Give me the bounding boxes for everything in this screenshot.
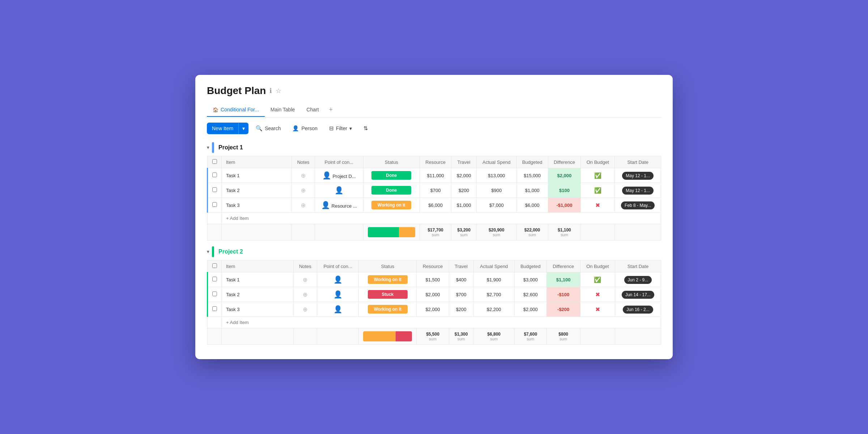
p2row3-notes[interactable]: ⊕: [293, 302, 317, 317]
sum-budget-label: sum: [521, 233, 544, 237]
p2row2-poc[interactable]: 👤: [317, 287, 358, 302]
p2row3-status[interactable]: Working on it: [359, 302, 417, 317]
group1-table-wrapper: Item Notes Point of con... Status Resour…: [207, 156, 661, 241]
p2row3-checkbox[interactable]: [212, 306, 217, 311]
row1-status[interactable]: Done: [363, 168, 420, 183]
p2row1-travel: $400: [449, 272, 473, 287]
p2row3-item[interactable]: Task 3: [222, 302, 294, 317]
col-actual-spend-2: Actual Spend: [473, 260, 514, 272]
p2row2-difference: -$100: [546, 287, 580, 302]
row3-budgeted: $6,000: [516, 198, 548, 213]
info-icon[interactable]: ℹ: [269, 87, 272, 95]
person-avatar-icon: 👤: [333, 305, 342, 313]
p2row1-actual-spend: $1,900: [473, 272, 514, 287]
select-all-2[interactable]: [212, 263, 217, 268]
row3-poc[interactable]: 👤 Resource ...: [315, 198, 363, 213]
row3-travel: $1,000: [451, 198, 477, 213]
row2-poc[interactable]: 👤: [315, 183, 363, 198]
p2row1-poc[interactable]: 👤: [317, 272, 358, 287]
p2row2-notes[interactable]: ⊕: [293, 287, 317, 302]
col-poc: Point of con...: [315, 156, 363, 168]
tab-main-table[interactable]: Main Table: [265, 103, 301, 117]
sort-button[interactable]: ⇅: [359, 123, 373, 134]
date-badge: Jun 2 - 9...: [624, 276, 652, 284]
row2-checkbox[interactable]: [212, 187, 217, 192]
add-item-label[interactable]: + Add Item: [222, 213, 661, 224]
row3-status[interactable]: Working on it: [363, 198, 420, 213]
add-item-row[interactable]: + Add Item: [208, 213, 661, 224]
progress-bar-2: [363, 331, 412, 341]
tab-conditional[interactable]: 🏠 Conditional For...: [207, 103, 265, 117]
col-travel-2: Travel: [449, 260, 473, 272]
sum-notes-cell: [292, 224, 315, 241]
sum-checkbox-cell: [208, 224, 222, 241]
sum2-difference-value: $800: [558, 332, 568, 337]
sum-poc-cell: [315, 224, 363, 241]
row2-notes[interactable]: ⊕: [292, 183, 315, 198]
group2-header[interactable]: ▾ Project 2: [207, 243, 661, 260]
p2row1-difference: $1,100: [546, 272, 580, 287]
row1-item[interactable]: Task 1: [222, 168, 292, 183]
row1-budgeted: $15,000: [516, 168, 548, 183]
row3-checkbox[interactable]: [212, 202, 217, 207]
p2row3-travel: $200: [449, 302, 473, 317]
col-resource: Resource: [420, 156, 451, 168]
row3-actual-spend: $7,000: [477, 198, 516, 213]
new-item-button[interactable]: New Item ▾: [207, 123, 248, 134]
tab-add-button[interactable]: +: [325, 102, 337, 117]
row2-item[interactable]: Task 2: [222, 183, 292, 198]
row1-poc[interactable]: 👤 Project D...: [315, 168, 363, 183]
row1-notes[interactable]: ⊕: [292, 168, 315, 183]
sum2-diff-label: sum: [551, 337, 576, 341]
sum2-travel-value: $1,300: [455, 332, 468, 337]
on-budget-no-icon: ✖: [595, 202, 600, 208]
group1-toggle-icon[interactable]: ▾: [207, 145, 209, 150]
search-button[interactable]: 🔍 Search: [251, 123, 285, 134]
tab-chart[interactable]: Chart: [301, 103, 324, 117]
p2row1-status[interactable]: Working on it: [359, 272, 417, 287]
col-actual-spend: Actual Spend: [477, 156, 516, 168]
group1-table: Item Notes Point of con... Status Resour…: [207, 156, 661, 241]
page-title: Budget Plan: [207, 85, 266, 97]
star-icon[interactable]: ☆: [276, 87, 281, 95]
row3-item[interactable]: Task 3: [222, 198, 292, 213]
row2-status[interactable]: Done: [363, 183, 420, 198]
group2-toggle-icon[interactable]: ▾: [207, 249, 209, 254]
title-row: Budget Plan ℹ ☆: [207, 85, 661, 97]
progress-orange-segment-2: [363, 331, 395, 341]
row3-on-budget: ✖: [581, 198, 615, 213]
table-row: Task 3 ⊕ 👤 Resource ... Working on it $6…: [208, 198, 661, 213]
p2row1-resource: $1,500: [417, 272, 449, 287]
sum2-poc-cell: [317, 328, 358, 345]
p2row1-item[interactable]: Task 1: [222, 272, 294, 287]
sum2-start-date: [615, 328, 661, 345]
p2row2-checkbox[interactable]: [212, 292, 217, 296]
p2row2-status[interactable]: Stuck: [359, 287, 417, 302]
person-avatar-icon: 👤: [322, 171, 331, 179]
add-item-row-2[interactable]: + Add Item: [208, 317, 661, 328]
new-item-caret[interactable]: ▾: [238, 123, 248, 134]
tab-main-table-label: Main Table: [271, 107, 295, 112]
sum-item-cell: [222, 224, 292, 241]
p2row2-item[interactable]: Task 2: [222, 287, 294, 302]
col-budgeted: Budgeted: [516, 156, 548, 168]
col-notes: Notes: [292, 156, 315, 168]
row3-start-date: Feb 8 - May...: [615, 198, 661, 213]
row3-notes[interactable]: ⊕: [292, 198, 315, 213]
p2row1-notes[interactable]: ⊕: [293, 272, 317, 287]
p2row3-difference: -$200: [546, 302, 580, 317]
p2row1-checkbox[interactable]: [212, 277, 217, 281]
p2row3-poc[interactable]: 👤: [317, 302, 358, 317]
search-label: Search: [265, 125, 281, 131]
sum-resource: $17,700sum: [420, 224, 451, 241]
row1-checkbox[interactable]: [212, 173, 217, 177]
add-item-label-2[interactable]: + Add Item: [222, 317, 661, 328]
p2row3-budgeted: $2,000: [514, 302, 546, 317]
group1-header[interactable]: ▾ Project 1: [207, 139, 661, 156]
person-button[interactable]: 👤 Person: [288, 123, 322, 134]
sum2-resource: $5,500sum: [417, 328, 449, 345]
select-all-1[interactable]: [212, 159, 217, 164]
row2-on-budget: ✅: [581, 183, 615, 198]
filter-button[interactable]: ⊟ Filter ▾: [325, 123, 356, 134]
sum2-checkbox-cell: [208, 328, 222, 345]
